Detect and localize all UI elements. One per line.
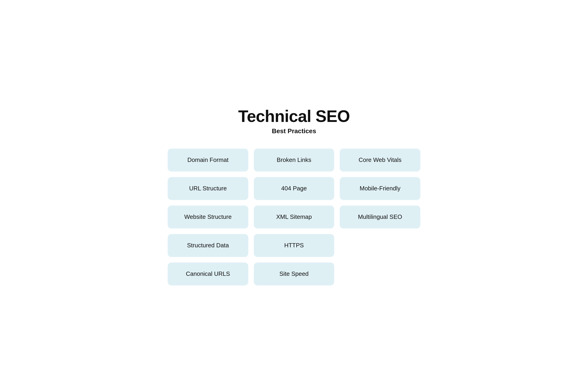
card-empty-2	[340, 262, 420, 286]
card-multilingual-seo[interactable]: Multilingual SEO	[340, 206, 420, 228]
card-empty-1	[340, 234, 420, 257]
card-core-web-vitals[interactable]: Core Web Vitals	[340, 148, 420, 172]
card-structured-data[interactable]: Structured Data	[168, 234, 248, 257]
card-broken-links[interactable]: Broken Links	[254, 148, 334, 172]
subtitle: Best Practices	[168, 128, 420, 135]
card-domain-format[interactable]: Domain Format	[168, 148, 248, 172]
card-404-page[interactable]: 404 Page	[254, 177, 334, 200]
card-website-structure[interactable]: Website Structure	[168, 206, 248, 228]
card-canonical-urls[interactable]: Canonical URLS	[168, 262, 248, 286]
topics-grid: Domain Format Broken Links Core Web Vita…	[168, 148, 420, 286]
card-site-speed[interactable]: Site Speed	[254, 262, 334, 286]
card-mobile-friendly[interactable]: Mobile-Friendly	[340, 177, 420, 200]
card-xml-sitemap[interactable]: XML Sitemap	[254, 206, 334, 228]
card-url-structure[interactable]: URL Structure	[168, 177, 248, 200]
page-container: Technical SEO Best Practices Domain Form…	[168, 107, 420, 286]
card-https[interactable]: HTTPS	[254, 234, 334, 257]
main-title: Technical SEO	[168, 107, 420, 126]
